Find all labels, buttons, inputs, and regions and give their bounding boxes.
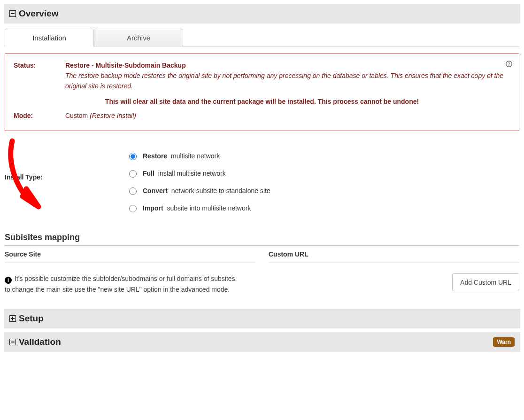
install-option-restore[interactable]: Restore multisite network bbox=[127, 147, 270, 164]
overview-title: Overview bbox=[19, 8, 59, 19]
status-box: ? Status: Restore - Multisite-Subdomain … bbox=[5, 54, 519, 131]
subsites-hint: iIt's possible customize the subfolder/s… bbox=[5, 273, 237, 295]
install-option-bold: Full bbox=[143, 170, 154, 177]
install-radio-import[interactable] bbox=[129, 205, 137, 212]
status-title: Restore - Multisite-Subdomain Backup bbox=[65, 62, 510, 69]
tab-installation[interactable]: Installation bbox=[5, 29, 94, 47]
install-radio-full[interactable] bbox=[129, 170, 137, 178]
install-option-convert[interactable]: Convert network subsite to standalone si… bbox=[127, 182, 270, 199]
install-option-bold: Import bbox=[143, 204, 163, 212]
install-type-block: Install Type: Restore multisite networkF… bbox=[5, 147, 519, 217]
status-warning: This will clear all site data and the cu… bbox=[14, 98, 510, 105]
install-option-text: network subsite to standalone site bbox=[170, 187, 270, 194]
install-option-text: multisite network bbox=[169, 152, 220, 160]
mode-note: (Restore Install) bbox=[90, 112, 136, 119]
overview-panel-body: Installation Archive ? Status: Restore -… bbox=[4, 23, 520, 305]
install-type-options: Restore multisite networkFull install mu… bbox=[127, 147, 270, 217]
install-radio-restore[interactable] bbox=[129, 153, 137, 160]
collapse-icon bbox=[9, 339, 16, 345]
install-option-full[interactable]: Full install multisite network bbox=[127, 164, 270, 182]
install-option-bold: Restore bbox=[143, 152, 167, 160]
collapse-icon bbox=[9, 10, 16, 17]
mode-label: Mode: bbox=[14, 112, 65, 119]
install-option-bold: Convert bbox=[143, 187, 168, 194]
column-custom-url: Custom URL bbox=[269, 250, 519, 263]
svg-text:?: ? bbox=[508, 62, 510, 67]
expand-icon bbox=[9, 315, 16, 322]
add-custom-url-button[interactable]: Add Custom URL bbox=[452, 273, 519, 291]
install-radio-convert[interactable] bbox=[129, 187, 137, 195]
subsites-heading: Subisites mapping bbox=[5, 233, 519, 246]
install-option-text: subsite into multisite network bbox=[165, 204, 251, 212]
overview-tabs: Installation Archive bbox=[5, 28, 519, 47]
overview-panel-header[interactable]: Overview bbox=[4, 4, 520, 23]
validation-warn-badge: Warn bbox=[493, 337, 515, 347]
info-icon: i bbox=[5, 277, 12, 284]
status-description: The restore backup mode restores the ori… bbox=[65, 71, 510, 91]
setup-panel-header[interactable]: Setup bbox=[4, 309, 520, 328]
install-option-import[interactable]: Import subsite into multisite network bbox=[127, 199, 270, 217]
validation-title: Validation bbox=[19, 337, 61, 347]
help-icon[interactable]: ? bbox=[506, 61, 512, 69]
validation-panel-header[interactable]: Validation Warn bbox=[4, 332, 520, 352]
setup-title: Setup bbox=[19, 313, 44, 324]
tab-archive[interactable]: Archive bbox=[94, 29, 183, 47]
install-type-label: Install Type: bbox=[5, 147, 127, 181]
status-label: Status: bbox=[14, 62, 65, 91]
column-source-site: Source Site bbox=[5, 250, 255, 263]
subsites-mapping: Subisites mapping Source Site Custom URL… bbox=[5, 233, 519, 295]
install-option-text: install multisite network bbox=[156, 170, 226, 177]
mode-value: Custom bbox=[65, 112, 88, 119]
